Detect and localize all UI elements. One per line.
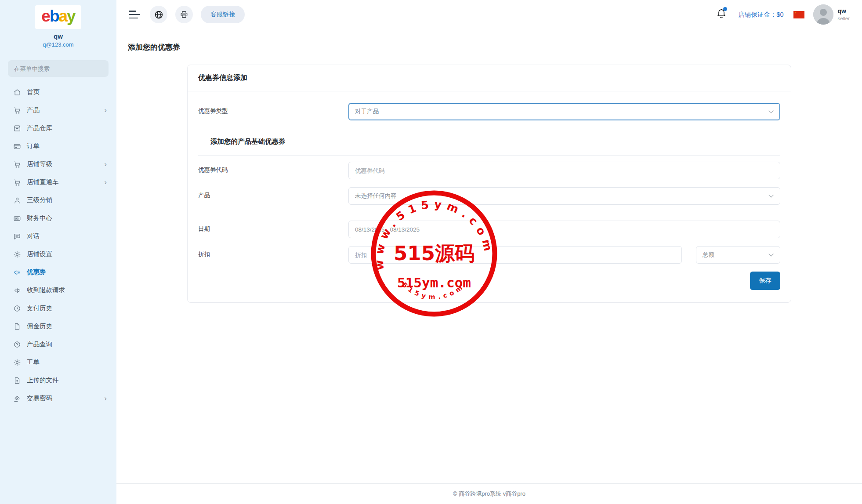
chevron-down-icon <box>768 192 773 197</box>
sidebar-item-label: 对话 <box>27 232 40 240</box>
logo-letter: e <box>41 7 50 25</box>
sidebar-user-email: q@123.com <box>0 41 116 48</box>
sidebar-item-label: 佣金历史 <box>27 322 52 330</box>
sidebar-item-label: 支付历史 <box>27 304 52 312</box>
sidebar-item-level[interactable]: 店铺等级› <box>0 155 116 173</box>
language-globe-button[interactable] <box>150 6 167 23</box>
sidebar-item-label: 店铺直通车 <box>27 178 59 186</box>
ads-icon <box>13 178 21 186</box>
page-title: 添加您的优惠券 <box>128 42 862 52</box>
sidebar-item-label: 交易密码 <box>27 394 52 402</box>
save-row: 保存 <box>198 272 780 290</box>
warehouse-icon <box>13 124 21 132</box>
discount-input[interactable] <box>348 246 682 264</box>
sidebar-item-coupon[interactable]: 优惠券 <box>0 263 116 281</box>
topbar-user-name: qw <box>838 7 850 15</box>
print-button[interactable] <box>175 6 193 23</box>
topbar-user-role: seller <box>838 15 850 22</box>
sidebar-item-label: 优惠券 <box>27 268 46 276</box>
support-link-button[interactable]: 客服链接 <box>201 6 245 23</box>
sidebar-search <box>8 60 109 77</box>
query-icon <box>13 341 21 348</box>
card-body: 优惠券类型 对于产品 添加您的产品基础优惠券 优惠券代码 <box>188 91 791 302</box>
chevron-right-icon: › <box>104 160 107 168</box>
save-button[interactable]: 保存 <box>750 272 780 290</box>
date-row: 日期 <box>198 221 780 238</box>
sidebar-item-chat[interactable]: 对话 <box>0 227 116 245</box>
sidebar-item-label: 三级分销 <box>27 196 52 204</box>
upload-icon <box>13 377 21 384</box>
gavel-icon <box>13 395 21 402</box>
notifications-button[interactable] <box>716 8 727 21</box>
globe-icon <box>154 10 163 19</box>
section-title: 添加您的产品基础优惠券 <box>210 137 780 146</box>
coupon-code-row: 优惠券代码 <box>198 162 780 179</box>
chevron-right-icon: › <box>104 178 107 186</box>
date-range-input[interactable] <box>348 221 780 238</box>
sidebar-item-ads[interactable]: 店铺直通车› <box>0 173 116 191</box>
coupon-code-input[interactable] <box>348 162 780 179</box>
user-avatar[interactable] <box>813 4 833 25</box>
store-deposit-link[interactable]: 店铺保证金：$0 <box>738 11 783 19</box>
coupon-icon <box>13 268 21 276</box>
sidebar-item-order[interactable]: 订单 <box>0 137 116 155</box>
ticket-icon <box>13 359 21 366</box>
sidebar-item-label: 产品查询 <box>27 340 52 348</box>
date-label: 日期 <box>198 221 348 238</box>
printer-icon <box>180 10 188 19</box>
logo-wrap: ebay <box>0 0 116 29</box>
content: 添加您的优惠券 优惠券信息添加 优惠券类型 对于产品 添加您的产品基础优惠券 <box>116 29 862 483</box>
menu-search-input[interactable] <box>8 60 109 77</box>
sidebar-item-label: 产品仓库 <box>27 124 52 132</box>
coupon-type-value: 对于产品 <box>355 108 768 116</box>
level-icon <box>13 160 21 168</box>
sidebar-item-warehouse[interactable]: 产品仓库 <box>0 119 116 137</box>
sidebar-item-affiliate[interactable]: 三级分销 <box>0 191 116 209</box>
discount-type-select[interactable]: 总额 <box>696 246 780 264</box>
bell-icon <box>716 13 727 21</box>
sidebar-item-cart[interactable]: 产品› <box>0 101 116 119</box>
ebay-logo[interactable]: ebay <box>35 5 81 29</box>
cart-icon <box>13 106 21 114</box>
coupon-type-row: 优惠券类型 对于产品 <box>198 103 780 120</box>
sidebar-item-label: 财务中心 <box>27 214 52 222</box>
logo-letter: y <box>67 7 75 25</box>
topbar-right: 店铺保证金：$0 qw seller <box>716 4 850 25</box>
card-title: 优惠券信息添加 <box>188 65 791 91</box>
sidebar-item-finance[interactable]: 财务中心 <box>0 209 116 227</box>
home-icon <box>13 88 21 96</box>
sidebar-toggle-icon[interactable] <box>129 11 140 18</box>
sidebar-menu: 首页产品›产品仓库订单店铺等级›店铺直通车›三级分销财务中心对话店铺设置优惠券收… <box>0 83 116 407</box>
sidebar-item-gavel[interactable]: 交易密码› <box>0 389 116 407</box>
gear-icon <box>13 250 21 258</box>
coupon-code-label: 优惠券代码 <box>198 162 348 179</box>
sidebar-item-label: 收到退款请求 <box>27 286 65 294</box>
chat-icon <box>13 232 21 240</box>
chevron-right-icon: › <box>104 395 107 402</box>
logo-letter: a <box>59 7 67 25</box>
section-divider <box>198 155 780 156</box>
sidebar-item-upload[interactable]: 上传的文件 <box>0 371 116 389</box>
sidebar-item-label: 工单 <box>27 358 40 366</box>
clock-icon <box>13 305 21 312</box>
sidebar-user-name: qw <box>0 33 116 40</box>
main-column: 客服链接 店铺保证金：$0 <box>116 0 862 504</box>
sidebar-item-ticket[interactable]: 工单 <box>0 353 116 371</box>
footer-text: © 商谷跨境pro系统 v商谷pro <box>453 490 525 498</box>
china-flag-icon[interactable] <box>793 11 804 18</box>
sidebar-item-home[interactable]: 首页 <box>0 83 116 101</box>
coupon-type-select[interactable]: 对于产品 <box>348 103 780 120</box>
sidebar-item-gear[interactable]: 店铺设置 <box>0 245 116 263</box>
sidebar-item-clock[interactable]: 支付历史 <box>0 299 116 317</box>
topbar: 客服链接 店铺保证金：$0 <box>116 0 862 29</box>
chevron-down-icon <box>768 108 773 113</box>
sidebar-item-refund[interactable]: 收到退款请求 <box>0 281 116 299</box>
finance-icon <box>13 214 21 222</box>
sidebar-item-doc[interactable]: 佣金历史 <box>0 317 116 335</box>
sidebar-item-label: 店铺设置 <box>27 250 52 258</box>
footer: © 商谷跨境pro系统 v商谷pro <box>116 483 862 504</box>
topbar-user[interactable]: qw seller <box>838 7 850 22</box>
sidebar-item-query[interactable]: 产品查询 <box>0 335 116 353</box>
sidebar-item-label: 首页 <box>27 88 40 96</box>
product-select[interactable]: 未选择任何内容 <box>348 187 780 205</box>
